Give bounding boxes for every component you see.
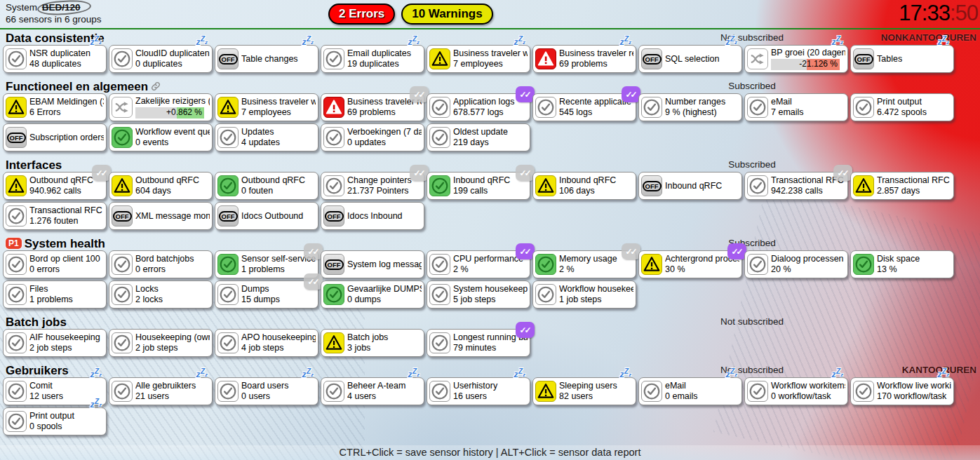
sensor-tile[interactable]: NSR duplicaten 48 duplicates zZz — [3, 45, 107, 73]
sensor-label: BP groei (20 dagen) — [771, 48, 845, 58]
sensor-text: NSR duplicaten 48 duplicates — [29, 48, 104, 69]
off-icon: OFF — [6, 127, 27, 148]
sensor-tile[interactable]: Change pointers 21.737 Pointers ✓✓ — [321, 172, 424, 200]
sensor-tile[interactable]: Business traveler rela 69 problems zZz — [532, 45, 636, 73]
sensor-text: APO housekeeping 4 job steps — [241, 332, 316, 353]
check-icon — [429, 332, 450, 353]
group-header: Gebruikers Not subscribed KANTOORUREN — [0, 363, 980, 377]
sensor-tile[interactable]: Recente applicatie ve 545 logs ✓✓ — [532, 93, 636, 121]
sensor-value: 7 employees — [453, 59, 528, 69]
sensor-tile[interactable]: EBAM Meldingen (3 6 Errors — [3, 93, 107, 121]
sensor-tile[interactable]: APO housekeeping 4 job steps — [215, 329, 318, 357]
sensor-group: P1System health Subscribed Bord op clien… — [0, 236, 980, 309]
sensor-tile[interactable]: Alle gebruikters 21 users zZz — [109, 377, 213, 405]
sensor-tile[interactable]: Print output 0 spools zZz — [3, 407, 107, 435]
warnings-button[interactable]: 10 Warnings — [401, 4, 492, 25]
sensor-tile[interactable]: Business traveler w/o 7 employees zZz — [427, 45, 530, 73]
sensor-tile[interactable]: Verboekingen (7 dag 0 updates — [321, 123, 424, 151]
sensor-tile[interactable]: OFF Idocs Outbound — [215, 202, 318, 230]
sensor-tile[interactable]: Outbound qRFC 604 days — [109, 172, 213, 200]
tile-row: Comit 12 users zZz Alle gebruikters 21 u… — [0, 377, 980, 405]
sensor-group: Data consistentie Not subscribed NONKANT… — [0, 30, 980, 73]
sensor-tile[interactable]: Housekeeping (own) 2 job steps — [109, 329, 213, 357]
sensor-tile[interactable]: Batch jobs 3 jobs — [321, 329, 424, 357]
sensor-tile[interactable]: OFF Idocs Inbound — [321, 202, 424, 230]
check-green-icon — [853, 254, 874, 275]
sensor-tile[interactable]: Workflow housekeep 1 job steps — [532, 280, 636, 309]
sensor-tile[interactable]: Inbound qRFC 199 calls ✓✓ — [427, 172, 530, 200]
sensor-tile[interactable]: Memory usage 2 % ✓✓ — [532, 250, 636, 278]
sensor-tile[interactable]: Application logs 678.577 logs ✓✓ — [427, 93, 530, 121]
sensor-tile[interactable]: Oldest update 219 days — [427, 123, 530, 151]
sensor-tile[interactable]: CloudID duplicaten 0 duplicates zZz — [109, 45, 213, 73]
sensor-tile[interactable]: Business traveler rela 69 problems ✓✓ — [321, 93, 424, 121]
sensor-label: Userhistory — [453, 381, 528, 391]
sensor-value: 21.737 Pointers — [347, 186, 422, 196]
sensor-tile[interactable]: Updates 4 updates — [215, 123, 318, 151]
sensor-text: Sleeping users 82 users — [559, 381, 633, 402]
sensor-tile[interactable]: OFF Subscription orders — [3, 123, 107, 151]
sensor-tile[interactable]: Business traveler w/o 7 employees — [215, 93, 318, 121]
check-icon — [747, 97, 768, 118]
errors-button[interactable]: 2 Errors — [328, 4, 395, 25]
sensor-tile[interactable]: Email duplicates 19 duplicates zZz — [321, 45, 424, 73]
sensor-tile[interactable]: Number ranges 9 % (highest) — [638, 93, 742, 121]
sensor-tile[interactable]: OFF Tables zZz — [850, 45, 954, 73]
sensor-tile[interactable]: Comit 12 users zZz — [3, 377, 107, 405]
sensor-label: Board users — [241, 381, 316, 391]
sensor-tile[interactable]: Zakelijke reizigers (to +0.862 % — [109, 93, 213, 121]
sensor-value: 1 problems — [241, 264, 316, 275]
sensor-tile[interactable]: Dumps 15 dumps ✓✓ — [215, 280, 318, 309]
sensor-tile[interactable]: Files 1 problems — [3, 280, 107, 309]
sensor-tile[interactable]: BP groei (20 dagen) -21.126 % zZz — [744, 45, 848, 73]
sensor-tile[interactable]: Transactional RFC 1.276 fouten — [3, 202, 107, 230]
sensor-label: Outbound qRFC — [241, 175, 316, 186]
sensor-tile[interactable]: OFF Inbound qRFC — [638, 172, 742, 200]
link-icon[interactable] — [151, 81, 161, 94]
sensor-tile[interactable]: Outbound qRFC 0 fouten — [215, 172, 318, 200]
sensor-tile[interactable]: Bord op client 100 0 errors — [3, 250, 107, 278]
shuffle-icon — [747, 48, 768, 69]
trend-bar: -21.126 % — [771, 59, 840, 70]
sensor-tile[interactable]: eMail 7 emails — [744, 93, 848, 121]
sensor-tile[interactable]: Workflow workitems 0 workflow/task zZz — [744, 377, 848, 405]
double-check-badge: ✓✓ — [410, 165, 429, 181]
sensor-text: eMail 0 emails — [665, 381, 739, 402]
sensor-tile[interactable]: Gevaarlijke DUMPS 0 dumps — [321, 280, 424, 309]
sensor-tile[interactable]: Locks 2 locks — [109, 280, 213, 309]
sensor-tile[interactable]: OFF SQL selection zZz — [638, 45, 742, 73]
sensor-tile[interactable]: Dialoog processen 20 % — [744, 250, 848, 278]
sensor-tile[interactable]: Bord batchjobs 0 errors — [109, 250, 213, 278]
sensor-tile[interactable]: System housekeepin 5 job steps — [427, 280, 530, 309]
sensor-text: Bord batchjobs 0 errors — [135, 254, 210, 275]
sensor-tile[interactable]: Disk space 13 % — [850, 250, 954, 278]
sensor-tile[interactable]: OFF System log message — [321, 250, 424, 278]
sensor-tile[interactable]: AIF housekeeping 2 job steps — [3, 329, 107, 357]
sensor-tile[interactable]: Transactional RFC 942.238 calls ✓✓ — [744, 172, 848, 200]
sensor-value: 2 % — [559, 264, 633, 275]
sensor-tile[interactable]: Achtergrond process 30 % ✓✓ — [638, 250, 742, 278]
sensor-label: CloudID duplicaten — [135, 48, 210, 59]
sensor-tile[interactable]: CPU performance 2 % ✓✓ — [427, 250, 530, 278]
sensor-tile[interactable]: Userhistory 16 users zZz — [427, 377, 530, 405]
sensor-tile[interactable]: Outbound qRFC 940.962 calls ✓✓ — [3, 172, 107, 200]
sensor-tile[interactable]: Beheer A-team 4 users zZz — [321, 377, 424, 405]
sensor-tile[interactable]: eMail 0 emails zZz — [638, 377, 742, 405]
check-icon — [112, 284, 133, 305]
sensor-tile[interactable]: Sensor self-service 1 problems ✓✓ — [215, 250, 318, 278]
sensor-value: 170 workflow/task — [877, 391, 951, 402]
sensor-tile[interactable]: Workflow live workite 170 workflow/task … — [850, 377, 954, 405]
sensor-tile[interactable]: Transactional RFC 2.857 days — [850, 172, 954, 200]
sensor-tile[interactable]: OFF XML message monito — [109, 202, 213, 230]
sensor-tile[interactable]: Print output 6.472 spools — [850, 93, 954, 121]
warning-icon — [429, 48, 450, 69]
sensor-text: Updates 4 updates — [241, 127, 316, 148]
sensor-value: 4 job steps — [241, 343, 316, 353]
sensor-tile[interactable]: Inbound qRFC 106 days — [532, 172, 636, 200]
sensor-tile[interactable]: Longest running batc 79 minutes ✓✓ — [427, 329, 530, 357]
sensor-tile[interactable]: Board users 0 users zZz — [215, 377, 318, 405]
off-icon: OFF — [217, 205, 239, 226]
sensor-tile[interactable]: Workflow event queu 0 events — [109, 123, 213, 151]
sensor-tile[interactable]: OFF Table changes zZz — [215, 45, 318, 73]
sensor-tile[interactable]: Sleeping users 82 users zZz — [532, 377, 636, 405]
